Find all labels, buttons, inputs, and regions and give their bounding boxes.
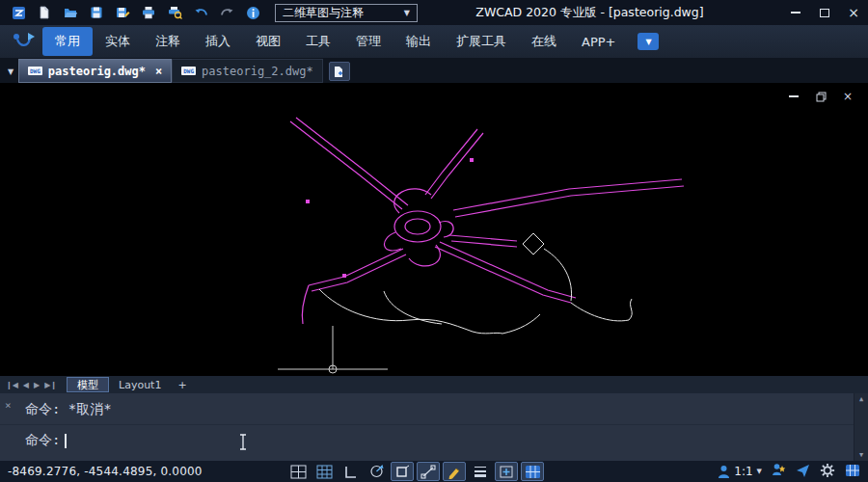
zwcad-logo[interactable]: [6, 27, 42, 56]
clean-screen-button[interactable]: [845, 464, 860, 480]
clean-screen-icon: [845, 464, 860, 477]
snap-mode-icon[interactable]: [286, 462, 310, 481]
layout-tab-bar: ❙◀ ◀ ▶ ▶❙ 模型 Layout1 +: [0, 376, 868, 393]
ribbon-tab-tools[interactable]: 工具: [293, 27, 343, 56]
doc-minimize-button[interactable]: [787, 91, 800, 102]
drawing-area[interactable]: ×: [0, 83, 868, 376]
navigation-icon: [796, 463, 810, 477]
chevron-down-icon: ▼: [404, 9, 410, 17]
doc-tab-pasteorig-2[interactable]: DWG pasteorig_2.dwg*: [172, 59, 322, 83]
close-icon: ×: [848, 5, 859, 20]
restore-icon: [816, 92, 827, 102]
help-icon[interactable]: [244, 4, 261, 21]
quick-access-toolbar: [10, 4, 261, 21]
ribbon-tab-annotate[interactable]: 注释: [143, 27, 193, 56]
plot-icon[interactable]: [140, 4, 157, 21]
undo-icon[interactable]: [192, 4, 209, 21]
app-icon[interactable]: [10, 4, 27, 21]
object-snap-icon[interactable]: [391, 462, 414, 481]
dynamic-ucs-icon[interactable]: [495, 462, 518, 481]
window-title: ZWCAD 2020 专业版 - [pasteorig.dwg]: [418, 5, 781, 21]
command-prompt-line[interactable]: 命令:: [25, 432, 67, 449]
chevron-down-icon: ▼: [757, 468, 762, 475]
plot-preview-icon[interactable]: [166, 4, 183, 21]
next-layout-icon[interactable]: ▶: [34, 381, 40, 389]
command-line-panel[interactable]: × 命令: *取消* 命令: ▲ ▼: [0, 393, 868, 461]
lineweight-icon[interactable]: [469, 462, 492, 481]
save-icon[interactable]: [88, 4, 105, 21]
open-file-icon[interactable]: [62, 4, 79, 21]
dwg-file-icon: DWG: [181, 67, 196, 75]
command-scrollbar[interactable]: ▲ ▼: [854, 393, 868, 461]
object-snap-tracking-icon[interactable]: [417, 462, 440, 481]
ribbon-tab-home[interactable]: 常用: [42, 27, 93, 56]
terrain-lines-white: [319, 233, 632, 334]
new-tab-button[interactable]: [329, 62, 350, 81]
ribbon-tab-express-tools[interactable]: 扩展工具: [444, 27, 519, 56]
new-tab-icon: [333, 66, 345, 78]
prev-layout-icon[interactable]: ◀: [23, 381, 29, 389]
drawing-window-controls: ×: [787, 91, 854, 102]
chevron-down-icon: ▼: [645, 38, 651, 46]
grid-display-icon[interactable]: [312, 462, 336, 481]
redo-icon[interactable]: [218, 4, 235, 21]
settings-button[interactable]: [820, 463, 835, 481]
last-layout-icon[interactable]: ▶❙: [44, 381, 57, 389]
doc-tab-list-icon[interactable]: ▼: [3, 60, 18, 83]
save-as-icon[interactable]: [114, 4, 131, 21]
close-command-icon[interactable]: ×: [5, 399, 12, 412]
ortho-mode-icon[interactable]: [339, 462, 362, 481]
document-tab-bar: ▼ DWG pasteorig.dwg* × DWG pasteorig_2.d…: [0, 58, 868, 83]
window-controls: ×: [781, 0, 868, 25]
minimize-button[interactable]: [781, 0, 810, 25]
doc-tab-label: pasteorig_2.dwg*: [202, 65, 313, 78]
polar-tracking-icon[interactable]: [365, 462, 388, 481]
ribbon-tab-online[interactable]: 在线: [519, 27, 569, 56]
ribbon-minimize-button[interactable]: ▼: [637, 33, 659, 50]
command-prompt-text: 命令:: [25, 432, 60, 449]
new-file-icon[interactable]: [36, 4, 53, 21]
status-toggle-icons: [286, 462, 544, 481]
doc-restore-button[interactable]: [814, 91, 827, 102]
ribbon-tab-output[interactable]: 输出: [393, 27, 444, 56]
doc-close-button[interactable]: ×: [841, 91, 854, 102]
ribbon-tab-view[interactable]: 视图: [243, 27, 293, 56]
minimize-icon: [789, 95, 799, 97]
maximize-icon: [820, 9, 829, 17]
command-divider: [0, 424, 854, 425]
ribbon-tab-manage[interactable]: 管理: [343, 27, 393, 56]
cad-drawing[interactable]: [0, 83, 868, 376]
gear-icon: [820, 463, 835, 478]
grid-style-icon[interactable]: [521, 462, 544, 481]
tab-layout1[interactable]: Layout1: [109, 377, 171, 392]
workspace-dropdown[interactable]: 二维草图与注释 ▼: [275, 4, 418, 22]
annotation-scale-button[interactable]: 1:1 ▼: [718, 465, 762, 479]
minimize-icon: [791, 12, 800, 13]
ribbon-tab-bar: 常用 实体 注释 插入 视图 工具 管理 输出 扩展工具 在线 APP+ ▼: [0, 25, 868, 58]
add-layout-button[interactable]: +: [171, 377, 193, 392]
annotation-visibility-button[interactable]: [772, 463, 786, 480]
layout-nav-buttons: ❙◀ ◀ ▶ ▶❙: [6, 381, 57, 389]
first-layout-icon[interactable]: ❙◀: [6, 381, 18, 389]
ribbon-tab-insert[interactable]: 插入: [193, 27, 243, 56]
dynamic-input-icon[interactable]: [443, 462, 466, 481]
scroll-up-icon[interactable]: ▲: [859, 395, 863, 403]
navigation-button[interactable]: [796, 463, 810, 480]
close-icon: ×: [843, 90, 853, 103]
status-bar: -8469.2776, -4544.4895, 0.0000: [0, 461, 868, 482]
tab-model[interactable]: 模型: [67, 377, 109, 392]
scroll-down-icon[interactable]: ▼: [859, 451, 863, 459]
dwg-file-icon: DWG: [28, 67, 42, 75]
status-right-tools: 1:1 ▼: [718, 463, 860, 481]
zwcad-window: 二维草图与注释 ▼ ZWCAD 2020 专业版 - [pasteorig.dw…: [0, 0, 868, 482]
annotation-scale-value: 1:1: [734, 465, 752, 478]
ribbon-tab-solid[interactable]: 实体: [93, 27, 143, 56]
close-tab-icon[interactable]: ×: [155, 65, 162, 78]
doc-tab-pasteorig[interactable]: DWG pasteorig.dwg* ×: [18, 59, 172, 83]
maximize-button[interactable]: [810, 0, 839, 25]
ucs-axis-marker: [278, 326, 388, 373]
ribbon-tab-app-plus[interactable]: APP+: [569, 29, 628, 55]
person-scale-icon: [718, 465, 730, 479]
close-button[interactable]: ×: [839, 0, 868, 25]
text-cursor: [65, 434, 67, 448]
